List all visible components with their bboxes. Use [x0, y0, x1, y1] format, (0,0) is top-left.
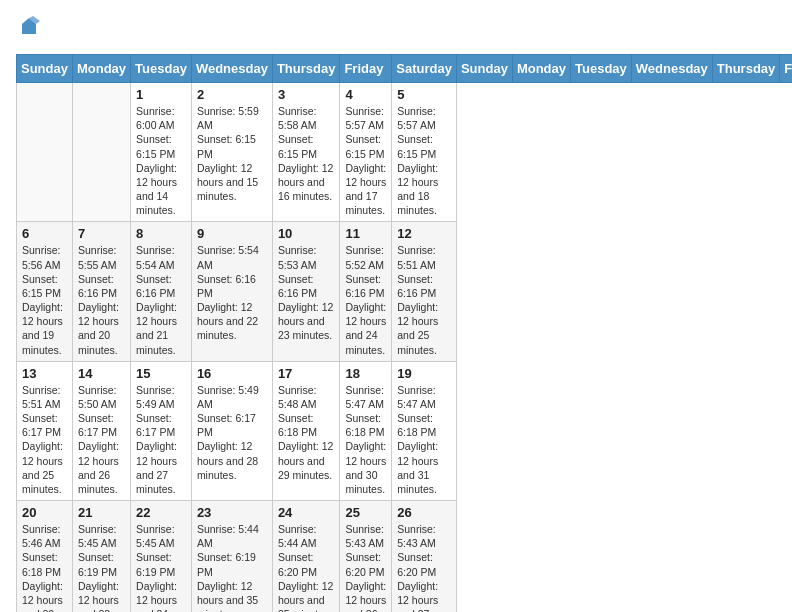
calendar-day-cell: 4Sunrise: 5:57 AMSunset: 6:15 PMDaylight…	[340, 83, 392, 222]
day-info: Sunrise: 5:49 AMSunset: 6:17 PMDaylight:…	[136, 383, 186, 496]
calendar-header-row: SundayMondayTuesdayWednesdayThursdayFrid…	[17, 55, 793, 83]
day-of-week-header: Saturday	[392, 55, 457, 83]
logo	[16, 16, 42, 42]
day-number: 2	[197, 87, 267, 102]
day-info: Sunrise: 5:56 AMSunset: 6:15 PMDaylight:…	[22, 243, 67, 356]
day-info: Sunrise: 5:45 AMSunset: 6:19 PMDaylight:…	[78, 522, 125, 612]
header	[16, 16, 776, 42]
day-info: Sunrise: 5:46 AMSunset: 6:18 PMDaylight:…	[22, 522, 67, 612]
calendar-day-cell: 25Sunrise: 5:43 AMSunset: 6:20 PMDayligh…	[340, 501, 392, 612]
day-info: Sunrise: 5:50 AMSunset: 6:17 PMDaylight:…	[78, 383, 125, 496]
day-info: Sunrise: 5:44 AMSunset: 6:20 PMDaylight:…	[278, 522, 335, 612]
day-number: 14	[78, 366, 125, 381]
day-number: 1	[136, 87, 186, 102]
day-info: Sunrise: 5:49 AMSunset: 6:17 PMDaylight:…	[197, 383, 267, 482]
day-info: Sunrise: 5:54 AMSunset: 6:16 PMDaylight:…	[136, 243, 186, 356]
day-number: 7	[78, 226, 125, 241]
day-of-week-header: Tuesday	[571, 55, 632, 83]
calendar-day-cell: 9Sunrise: 5:54 AMSunset: 6:16 PMDaylight…	[191, 222, 272, 361]
day-info: Sunrise: 5:43 AMSunset: 6:20 PMDaylight:…	[397, 522, 451, 612]
calendar-day-cell: 18Sunrise: 5:47 AMSunset: 6:18 PMDayligh…	[340, 361, 392, 500]
day-info: Sunrise: 5:57 AMSunset: 6:15 PMDaylight:…	[397, 104, 451, 217]
day-number: 22	[136, 505, 186, 520]
day-of-week-header: Friday	[780, 55, 792, 83]
day-number: 12	[397, 226, 451, 241]
day-info: Sunrise: 5:53 AMSunset: 6:16 PMDaylight:…	[278, 243, 335, 342]
calendar-day-cell: 13Sunrise: 5:51 AMSunset: 6:17 PMDayligh…	[17, 361, 73, 500]
calendar-day-cell: 6Sunrise: 5:56 AMSunset: 6:15 PMDaylight…	[17, 222, 73, 361]
day-info: Sunrise: 5:55 AMSunset: 6:16 PMDaylight:…	[78, 243, 125, 356]
day-of-week-header: Wednesday	[191, 55, 272, 83]
calendar-day-cell: 3Sunrise: 5:58 AMSunset: 6:15 PMDaylight…	[272, 83, 340, 222]
calendar-week-row: 6Sunrise: 5:56 AMSunset: 6:15 PMDaylight…	[17, 222, 793, 361]
calendar-day-cell: 12Sunrise: 5:51 AMSunset: 6:16 PMDayligh…	[392, 222, 457, 361]
day-of-week-header: Sunday	[17, 55, 73, 83]
day-number: 26	[397, 505, 451, 520]
day-info: Sunrise: 5:52 AMSunset: 6:16 PMDaylight:…	[345, 243, 386, 356]
day-number: 8	[136, 226, 186, 241]
calendar-day-cell	[17, 83, 73, 222]
calendar-day-cell: 23Sunrise: 5:44 AMSunset: 6:19 PMDayligh…	[191, 501, 272, 612]
calendar-week-row: 20Sunrise: 5:46 AMSunset: 6:18 PMDayligh…	[17, 501, 793, 612]
day-info: Sunrise: 5:58 AMSunset: 6:15 PMDaylight:…	[278, 104, 335, 203]
calendar-day-cell: 14Sunrise: 5:50 AMSunset: 6:17 PMDayligh…	[72, 361, 130, 500]
calendar-day-cell: 21Sunrise: 5:45 AMSunset: 6:19 PMDayligh…	[72, 501, 130, 612]
day-number: 19	[397, 366, 451, 381]
calendar-day-cell: 11Sunrise: 5:52 AMSunset: 6:16 PMDayligh…	[340, 222, 392, 361]
day-number: 20	[22, 505, 67, 520]
calendar-day-cell: 16Sunrise: 5:49 AMSunset: 6:17 PMDayligh…	[191, 361, 272, 500]
day-info: Sunrise: 6:00 AMSunset: 6:15 PMDaylight:…	[136, 104, 186, 217]
day-of-week-header: Friday	[340, 55, 392, 83]
day-info: Sunrise: 5:47 AMSunset: 6:18 PMDaylight:…	[397, 383, 451, 496]
calendar-week-row: 13Sunrise: 5:51 AMSunset: 6:17 PMDayligh…	[17, 361, 793, 500]
calendar-week-row: 1Sunrise: 6:00 AMSunset: 6:15 PMDaylight…	[17, 83, 793, 222]
day-number: 16	[197, 366, 267, 381]
day-number: 24	[278, 505, 335, 520]
calendar-day-cell: 8Sunrise: 5:54 AMSunset: 6:16 PMDaylight…	[131, 222, 192, 361]
calendar-day-cell: 5Sunrise: 5:57 AMSunset: 6:15 PMDaylight…	[392, 83, 457, 222]
day-number: 3	[278, 87, 335, 102]
day-number: 21	[78, 505, 125, 520]
day-number: 9	[197, 226, 267, 241]
day-of-week-header: Monday	[512, 55, 570, 83]
calendar-day-cell	[72, 83, 130, 222]
day-number: 11	[345, 226, 386, 241]
logo-icon	[18, 16, 40, 38]
day-info: Sunrise: 5:47 AMSunset: 6:18 PMDaylight:…	[345, 383, 386, 496]
day-of-week-header: Wednesday	[631, 55, 712, 83]
calendar-day-cell: 7Sunrise: 5:55 AMSunset: 6:16 PMDaylight…	[72, 222, 130, 361]
calendar-table: SundayMondayTuesdayWednesdayThursdayFrid…	[16, 54, 792, 612]
day-number: 15	[136, 366, 186, 381]
day-of-week-header: Thursday	[272, 55, 340, 83]
day-number: 5	[397, 87, 451, 102]
calendar-day-cell: 2Sunrise: 5:59 AMSunset: 6:15 PMDaylight…	[191, 83, 272, 222]
day-number: 4	[345, 87, 386, 102]
calendar-day-cell: 1Sunrise: 6:00 AMSunset: 6:15 PMDaylight…	[131, 83, 192, 222]
day-number: 6	[22, 226, 67, 241]
day-of-week-header: Tuesday	[131, 55, 192, 83]
day-number: 13	[22, 366, 67, 381]
day-number: 10	[278, 226, 335, 241]
calendar-day-cell: 22Sunrise: 5:45 AMSunset: 6:19 PMDayligh…	[131, 501, 192, 612]
day-info: Sunrise: 5:51 AMSunset: 6:17 PMDaylight:…	[22, 383, 67, 496]
day-info: Sunrise: 5:59 AMSunset: 6:15 PMDaylight:…	[197, 104, 267, 203]
day-number: 25	[345, 505, 386, 520]
day-number: 18	[345, 366, 386, 381]
day-info: Sunrise: 5:48 AMSunset: 6:18 PMDaylight:…	[278, 383, 335, 482]
day-info: Sunrise: 5:44 AMSunset: 6:19 PMDaylight:…	[197, 522, 267, 612]
day-info: Sunrise: 5:45 AMSunset: 6:19 PMDaylight:…	[136, 522, 186, 612]
day-info: Sunrise: 5:51 AMSunset: 6:16 PMDaylight:…	[397, 243, 451, 356]
calendar-day-cell: 20Sunrise: 5:46 AMSunset: 6:18 PMDayligh…	[17, 501, 73, 612]
calendar-day-cell: 15Sunrise: 5:49 AMSunset: 6:17 PMDayligh…	[131, 361, 192, 500]
day-info: Sunrise: 5:54 AMSunset: 6:16 PMDaylight:…	[197, 243, 267, 342]
day-info: Sunrise: 5:43 AMSunset: 6:20 PMDaylight:…	[345, 522, 386, 612]
calendar-day-cell: 26Sunrise: 5:43 AMSunset: 6:20 PMDayligh…	[392, 501, 457, 612]
day-of-week-header: Sunday	[456, 55, 512, 83]
day-number: 17	[278, 366, 335, 381]
day-of-week-header: Thursday	[712, 55, 780, 83]
day-info: Sunrise: 5:57 AMSunset: 6:15 PMDaylight:…	[345, 104, 386, 217]
calendar-day-cell: 24Sunrise: 5:44 AMSunset: 6:20 PMDayligh…	[272, 501, 340, 612]
calendar-day-cell: 17Sunrise: 5:48 AMSunset: 6:18 PMDayligh…	[272, 361, 340, 500]
day-of-week-header: Monday	[72, 55, 130, 83]
day-number: 23	[197, 505, 267, 520]
